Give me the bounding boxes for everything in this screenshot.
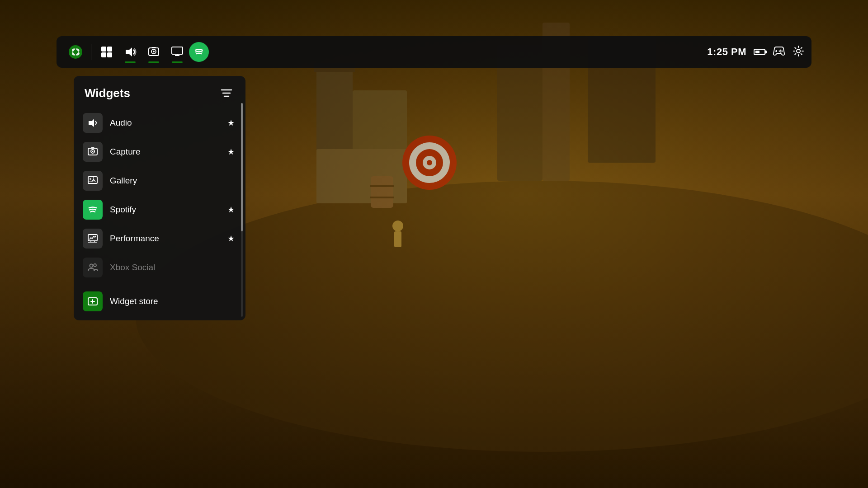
xbox-social-widget-name: Xbox Social	[110, 263, 236, 272]
spotify-widget-icon	[87, 204, 98, 215]
audio-icon	[124, 46, 137, 58]
svg-point-56	[94, 264, 96, 267]
svg-rect-22	[101, 52, 106, 57]
svg-point-37	[779, 51, 780, 52]
controller-icon	[773, 46, 785, 58]
display-icon	[171, 46, 184, 58]
filter-button[interactable]	[218, 85, 235, 101]
xbox-social-widget-icon	[87, 262, 98, 273]
svg-rect-23	[107, 52, 112, 57]
svg-point-34	[780, 50, 782, 51]
gallery-widget-name: Gallery	[110, 176, 236, 186]
svg-rect-11	[371, 176, 393, 208]
multiview-nav-button[interactable]	[95, 40, 118, 64]
svg-point-55	[90, 264, 93, 267]
widget-store-item[interactable]: Widget store	[74, 286, 245, 317]
time-display: 1:25 PM	[707, 46, 746, 58]
gallery-widget-icon-wrap	[83, 171, 103, 191]
capture-star-button[interactable]: ★	[226, 146, 236, 157]
spotify-star-button[interactable]: ★	[226, 204, 236, 215]
nav-divider-1	[91, 44, 91, 60]
svg-rect-28	[151, 47, 156, 48]
gallery-widget-icon	[87, 175, 98, 186]
widget-store-divider	[74, 284, 245, 284]
xbox-social-widget-icon-wrap	[83, 258, 103, 277]
svg-rect-46	[91, 147, 94, 149]
svg-marker-42	[89, 119, 94, 127]
xbox-logo-icon	[68, 45, 83, 59]
battery-indicator	[754, 49, 765, 55]
svg-point-45	[92, 151, 94, 152]
performance-widget-icon	[87, 233, 98, 244]
svg-point-27	[153, 51, 155, 52]
capture-nav-button[interactable]	[142, 40, 165, 64]
widgets-header: Widgets	[74, 76, 245, 108]
widget-store-icon	[87, 296, 98, 307]
battery-body	[754, 49, 765, 55]
widget-store-name: Widget store	[110, 296, 236, 306]
widget-item-gallery[interactable]: Gallery	[74, 166, 245, 195]
performance-star-button[interactable]: ★	[226, 233, 236, 244]
svg-point-50	[90, 178, 91, 180]
spotify-nav-button[interactable]	[189, 42, 209, 62]
svg-point-17	[392, 221, 403, 231]
svg-point-36	[780, 52, 782, 53]
filter-icon	[221, 88, 232, 98]
svg-rect-21	[107, 47, 112, 52]
svg-marker-24	[126, 47, 132, 56]
xbox-logo-button[interactable]	[64, 40, 87, 64]
widgets-title: Widgets	[85, 86, 130, 100]
settings-icon	[793, 45, 804, 57]
capture-widget-icon-wrap	[83, 142, 103, 162]
widget-item-spotify[interactable]: Spotify ★	[74, 195, 245, 224]
scroll-track	[241, 103, 243, 317]
svg-rect-20	[101, 47, 106, 52]
svg-rect-29	[172, 47, 183, 54]
spotify-widget-name: Spotify	[110, 205, 218, 215]
svg-point-38	[797, 49, 800, 53]
widget-item-capture[interactable]: Capture ★	[74, 137, 245, 166]
settings-nav-button[interactable]	[793, 45, 804, 59]
widget-item-audio[interactable]: Audio ★	[74, 108, 245, 137]
performance-widget-icon-wrap	[83, 229, 103, 249]
spotify-widget-icon-wrap	[83, 200, 103, 220]
capture-icon	[147, 46, 160, 58]
svg-point-10	[427, 160, 432, 165]
scroll-thumb[interactable]	[241, 103, 243, 231]
svg-rect-2	[316, 68, 353, 158]
audio-star-button[interactable]: ★	[226, 117, 236, 128]
svg-rect-12	[370, 185, 394, 187]
display-nav-button[interactable]	[165, 40, 189, 64]
capture-widget-icon	[87, 146, 98, 157]
audio-widget-name: Audio	[110, 118, 218, 128]
spotify-icon	[193, 46, 205, 58]
svg-point-19	[69, 45, 82, 59]
svg-rect-13	[370, 197, 394, 198]
top-navigation-bar: 1:25 PM	[57, 36, 811, 68]
performance-widget-name: Performance	[110, 234, 218, 244]
audio-widget-icon-wrap	[83, 113, 103, 133]
time-section: 1:25 PM	[707, 45, 804, 59]
multiview-icon	[100, 46, 113, 58]
controller-svg	[773, 46, 785, 56]
audio-widget-icon	[87, 117, 98, 128]
widget-item-xbox-social[interactable]: Xbox Social	[74, 253, 245, 282]
capture-widget-name: Capture	[110, 147, 218, 157]
widgets-panel: Widgets Audio ★	[74, 76, 245, 320]
widget-item-performance[interactable]: Performance ★	[74, 224, 245, 253]
widget-store-icon-wrap	[83, 291, 103, 311]
svg-rect-18	[394, 231, 401, 247]
audio-nav-button[interactable]	[118, 40, 142, 64]
battery-fill	[755, 51, 760, 53]
svg-point-35	[782, 51, 783, 52]
